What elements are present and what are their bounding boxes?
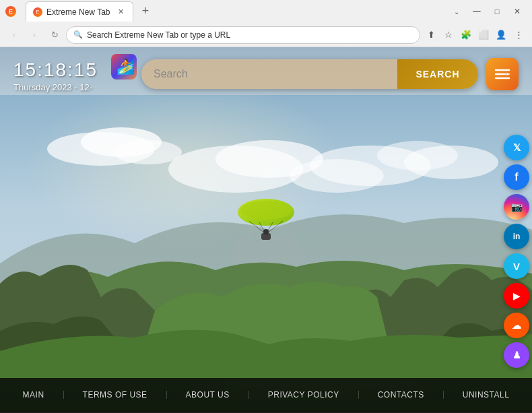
search-button[interactable]: SEARCH: [397, 59, 478, 89]
footer-link-terms[interactable]: TERMS OF USE: [64, 391, 167, 399]
app-icon: E: [5, 6, 16, 17]
paraglider: [236, 195, 296, 245]
tab-favicon: E: [33, 7, 42, 17]
extensions-button[interactable]: 🧩: [458, 27, 474, 43]
logo-icon: 🏄: [111, 54, 137, 80]
svg-text:🏄: 🏄: [117, 57, 134, 75]
close-button[interactable]: ✕: [508, 2, 527, 21]
paraglider-canopy: [236, 195, 296, 243]
search-input[interactable]: [141, 59, 397, 89]
facebook-button[interactable]: f: [504, 164, 529, 190]
tab-search-button[interactable]: ⌄: [447, 2, 466, 21]
bookmark-button[interactable]: ☆: [440, 27, 457, 43]
address-text: Search Extreme New Tab or type a URL: [87, 30, 413, 40]
youtube-button[interactable]: ▶: [504, 283, 529, 309]
facebook-icon: f: [514, 171, 518, 183]
panel-icon: [493, 65, 512, 84]
linkedin-button[interactable]: in: [504, 224, 529, 249]
clock-date: Thursday 2023 - 12-: [13, 82, 98, 92]
nav-right-icons: ⬆ ☆ 🧩 ⬜ 👤 ⋮: [423, 27, 527, 43]
clock-area: 15:18:15 Thursday 2023 - 12-: [13, 59, 98, 92]
tab-bar: E Extreme New Tab ✕ +: [20, 1, 443, 22]
youtube-icon: ▶: [513, 291, 520, 301]
svg-point-19: [263, 229, 269, 234]
logo-area: 🏄: [111, 54, 138, 81]
clock-time: 15:18:15: [13, 59, 98, 81]
title-bar: E E Extreme New Tab ✕ + ⌄ ─ □ ✕: [0, 0, 532, 23]
browser-chrome: E E Extreme New Tab ✕ + ⌄ ─ □ ✕ ‹ › ↻ 🔍 …: [0, 0, 532, 47]
footer-link-uninstall[interactable]: UNINSTALL: [444, 391, 529, 399]
twitter-icon: 𝕏: [513, 142, 521, 153]
tab-title: Extreme New Tab: [46, 7, 110, 17]
browser-content: ⛰ 15:18:15 Thursday 2023 -: [0, 47, 532, 412]
maximize-button[interactable]: □: [488, 2, 506, 21]
soundcloud-icon: ☁: [512, 320, 521, 331]
twitch-button[interactable]: ♟: [504, 342, 529, 368]
instagram-button[interactable]: 📷: [504, 194, 529, 220]
social-sidebar: 𝕏 f 📷 in V ▶ ☁ ♟: [504, 135, 532, 368]
soundcloud-button[interactable]: ☁: [504, 313, 529, 338]
address-search-icon: 🔍: [73, 30, 83, 39]
instagram-icon: 📷: [511, 201, 523, 212]
back-button: ‹: [5, 26, 23, 44]
menu-button[interactable]: ⋮: [510, 27, 527, 43]
footer-link-about[interactable]: ABOUT US: [167, 391, 249, 399]
minimize-button[interactable]: ─: [467, 2, 486, 21]
footer-link-privacy[interactable]: PRIVACY POLICY: [249, 391, 359, 399]
share-button[interactable]: ⬆: [423, 27, 439, 43]
panel-toggle-button[interactable]: [486, 58, 519, 90]
footer-link-contacts[interactable]: CONTACTS: [359, 391, 444, 399]
twitter-button[interactable]: 𝕏: [504, 135, 529, 160]
forward-button: ›: [26, 26, 43, 44]
refresh-button[interactable]: ↻: [46, 26, 63, 44]
footer-link-main[interactable]: MAIN: [4, 391, 64, 399]
active-tab[interactable]: E Extreme New Tab ✕: [26, 1, 133, 22]
split-view-button[interactable]: ⬜: [475, 27, 492, 43]
twitch-icon: ♟: [512, 350, 521, 360]
window-controls: ⌄ ─ □ ✕: [447, 2, 527, 21]
svg-point-4: [114, 140, 182, 164]
svg-point-13: [240, 201, 292, 220]
svg-point-10: [404, 146, 498, 179]
linkedin-icon: in: [513, 232, 521, 241]
new-tab-button[interactable]: +: [136, 1, 155, 20]
tab-close-button[interactable]: ✕: [115, 7, 126, 18]
vimeo-icon: V: [513, 261, 520, 272]
address-bar[interactable]: 🔍 Search Extreme New Tab or type a URL: [66, 26, 420, 44]
footer-nav: MAIN TERMS OF USE ABOUT US PRIVACY POLIC…: [0, 378, 532, 412]
vimeo-button[interactable]: V: [504, 253, 529, 279]
search-area: SEARCH: [141, 59, 478, 89]
profile-button[interactable]: 👤: [493, 27, 509, 43]
nav-bar: ‹ › ↻ 🔍 Search Extreme New Tab or type a…: [0, 23, 532, 47]
